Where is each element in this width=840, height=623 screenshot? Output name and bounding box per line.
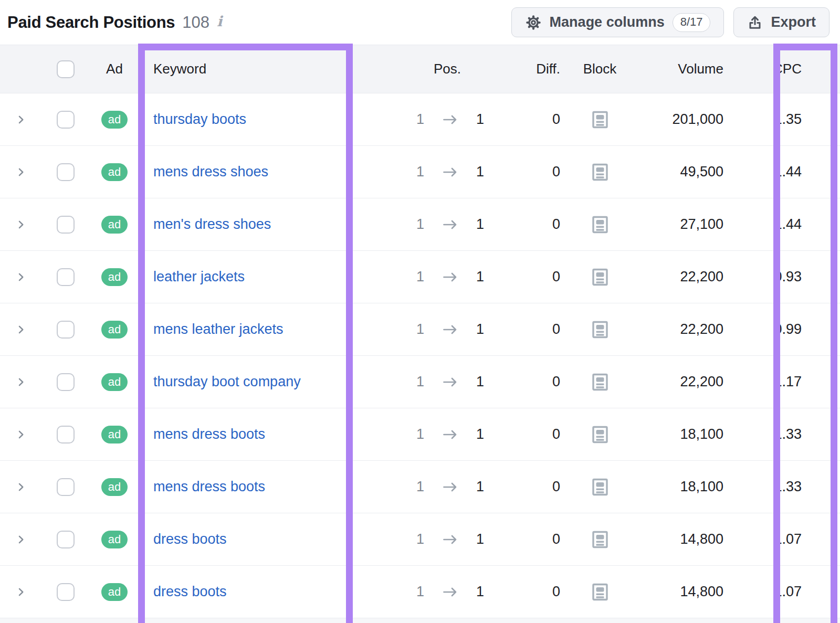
row-checkbox[interactable] — [57, 531, 75, 548]
diff-cell: 0 — [488, 584, 560, 600]
position-current: 1 — [476, 426, 484, 442]
column-header-keyword[interactable]: Keyword — [145, 61, 346, 77]
table-row: ad mens leather jackets 1 1 0 — [0, 303, 840, 356]
keyword-link[interactable]: dress boots — [153, 584, 227, 599]
block-cell — [560, 320, 639, 339]
expander-cell — [0, 535, 47, 544]
diff-cell: 0 — [488, 269, 560, 285]
expander-cell — [0, 115, 47, 124]
column-header-volume[interactable]: Volume — [639, 61, 723, 77]
row-checkbox[interactable] — [57, 373, 75, 391]
keyword-link[interactable]: mens dress boots — [153, 426, 265, 442]
table-row: ad thursday boots 1 1 0 — [0, 93, 840, 146]
ad-cell: ad — [84, 111, 145, 129]
select-all-checkbox[interactable] — [57, 60, 75, 78]
serp-block-icon[interactable] — [592, 320, 608, 339]
position-cell: 1 1 — [346, 426, 488, 442]
position-current: 1 — [476, 216, 484, 233]
arrow-right-icon — [443, 534, 458, 545]
export-button[interactable]: Export — [733, 7, 830, 37]
cpc-cell: 1.35 — [723, 111, 831, 128]
expander-cell — [0, 220, 47, 229]
column-header-cpc[interactable]: CPC — [723, 61, 831, 77]
info-icon[interactable]: i — [217, 13, 222, 29]
table-row: ad mens dress boots 1 1 0 — [0, 408, 840, 461]
position-current: 1 — [476, 584, 484, 600]
checkbox-cell — [47, 268, 84, 286]
row-checkbox[interactable] — [57, 321, 75, 339]
checkbox-cell — [47, 216, 84, 234]
table-row: ad dress boots 1 1 0 — [0, 566, 840, 618]
chevron-right-icon[interactable] — [16, 535, 26, 544]
keyword-link[interactable]: mens leather jackets — [153, 321, 284, 337]
upload-icon — [747, 14, 763, 31]
ad-cell: ad — [84, 373, 145, 391]
keyword-cell: mens dress boots — [145, 426, 346, 442]
serp-block-icon[interactable] — [592, 478, 608, 497]
row-checkbox[interactable] — [57, 478, 75, 496]
row-checkbox[interactable] — [57, 163, 75, 181]
block-cell — [560, 163, 639, 182]
serp-block-icon[interactable] — [592, 583, 608, 601]
cpc-cell: 1.44 — [723, 216, 831, 233]
chevron-right-icon[interactable] — [16, 377, 26, 387]
clipped-next-column-cell: 1 — [831, 110, 840, 129]
row-checkbox[interactable] — [57, 216, 75, 234]
cpc-cell: 1.17 — [723, 374, 831, 390]
diff-cell: 0 — [488, 216, 560, 233]
keyword-link[interactable]: dress boots — [153, 531, 227, 547]
chevron-right-icon[interactable] — [16, 482, 26, 492]
diff-cell: 0 — [488, 426, 560, 442]
serp-block-icon[interactable] — [592, 530, 608, 549]
row-checkbox[interactable] — [57, 426, 75, 444]
serp-block-icon[interactable] — [592, 373, 608, 392]
chevron-right-icon[interactable] — [16, 587, 26, 597]
ad-cell: ad — [84, 583, 145, 601]
table-row: ad dress boots 1 1 0 — [0, 513, 840, 566]
keyword-link[interactable]: leather jackets — [153, 269, 245, 284]
ad-badge: ad — [101, 111, 128, 129]
serp-block-icon[interactable] — [592, 215, 608, 234]
serp-block-icon[interactable] — [592, 268, 608, 287]
diff-cell: 0 — [488, 321, 560, 337]
position-previous: 1 — [416, 479, 424, 495]
row-checkbox[interactable] — [57, 111, 75, 129]
column-header-pos[interactable]: Pos. — [346, 61, 488, 77]
keyword-link[interactable]: mens dress shoes — [153, 164, 268, 179]
ad-badge: ad — [101, 426, 128, 444]
clipped-next-column-cell: 1 — [831, 320, 840, 339]
column-header-diff[interactable]: Diff. — [488, 61, 560, 77]
column-header-ad: Ad — [84, 61, 145, 77]
keyword-link[interactable]: thursday boot company — [153, 374, 301, 389]
chevron-right-icon[interactable] — [16, 325, 26, 334]
chevron-right-icon[interactable] — [16, 430, 26, 439]
keyword-link[interactable]: mens dress boots — [153, 479, 265, 494]
expander-cell — [0, 272, 47, 282]
column-header-block: Block — [560, 61, 639, 77]
ad-cell: ad — [84, 216, 145, 234]
keyword-link[interactable]: men's dress shoes — [153, 216, 271, 232]
serp-block-icon[interactable] — [592, 110, 608, 129]
keyword-cell: leather jackets — [145, 269, 346, 285]
ad-cell: ad — [84, 478, 145, 496]
table-row: ad mens dress boots 1 1 0 — [0, 461, 840, 513]
volume-cell: 14,800 — [639, 531, 723, 547]
position-current: 1 — [476, 111, 484, 128]
serp-block-icon[interactable] — [592, 425, 608, 444]
row-checkbox[interactable] — [57, 583, 75, 601]
manage-columns-button[interactable]: Manage columns 8/17 — [511, 7, 724, 37]
checkbox-cell — [47, 478, 84, 496]
chevron-right-icon[interactable] — [16, 115, 26, 124]
clipped-next-column-cell: 1 — [831, 478, 840, 496]
chevron-right-icon[interactable] — [16, 167, 26, 177]
toolbar: Paid Search Positions 108 i — [0, 0, 840, 45]
position-current: 1 — [476, 479, 484, 495]
position-previous: 1 — [416, 374, 424, 390]
chevron-right-icon[interactable] — [16, 220, 26, 229]
serp-block-icon[interactable] — [592, 163, 608, 182]
arrow-right-icon — [443, 429, 458, 440]
keyword-link[interactable]: thursday boots — [153, 111, 246, 127]
chevron-right-icon[interactable] — [16, 272, 26, 282]
row-checkbox[interactable] — [57, 268, 75, 286]
position-cell: 1 1 — [346, 374, 488, 390]
